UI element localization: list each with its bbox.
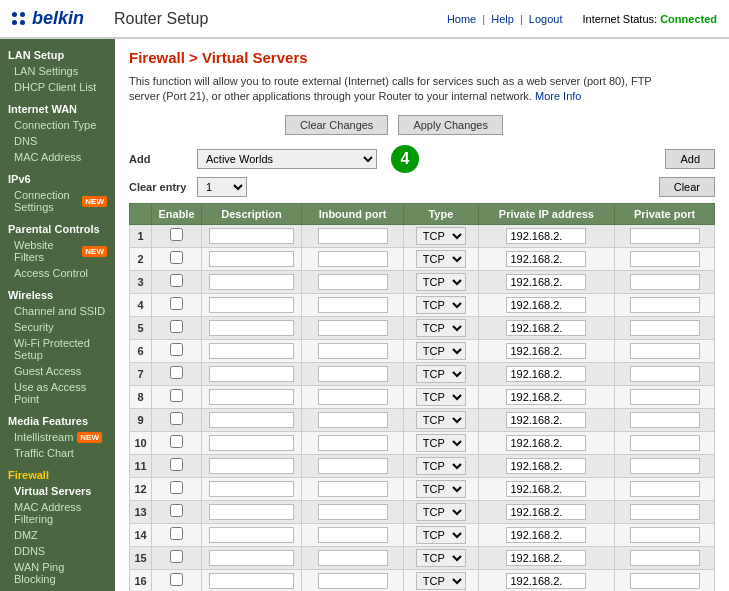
type-select[interactable]: TCP UDP Both [416,434,466,452]
description-input[interactable] [209,320,294,336]
description-input[interactable] [209,389,294,405]
private-ip-input[interactable] [506,251,586,267]
private-ip-input[interactable] [506,435,586,451]
type-select[interactable]: TCP UDP Both [416,503,466,521]
sidebar-item-access-point[interactable]: Use as Access Point [0,379,115,407]
type-select[interactable]: TCP UDP Both [416,296,466,314]
top-clear-changes-button[interactable]: Clear Changes [285,115,388,135]
sidebar-item-intellistream[interactable]: Intellistream NEW [0,429,115,445]
enable-checkbox[interactable] [170,504,183,517]
inbound-port-input[interactable] [318,343,388,359]
sidebar-item-connection-type[interactable]: Connection Type [0,117,115,133]
private-port-input[interactable] [630,366,700,382]
private-ip-input[interactable] [506,481,586,497]
inbound-port-input[interactable] [318,504,388,520]
description-input[interactable] [209,481,294,497]
private-port-input[interactable] [630,573,700,589]
sidebar-item-website-filters[interactable]: Website Filters NEW [0,237,115,265]
private-ip-input[interactable] [506,320,586,336]
private-ip-input[interactable] [506,389,586,405]
sidebar-item-virtual-servers[interactable]: Virtual Servers [0,483,115,499]
inbound-port-input[interactable] [318,550,388,566]
type-select[interactable]: TCP UDP Both [416,526,466,544]
sidebar-item-dns[interactable]: DNS [0,133,115,149]
enable-checkbox[interactable] [170,527,183,540]
sidebar-item-access-control[interactable]: Access Control [0,265,115,281]
private-port-input[interactable] [630,389,700,405]
private-ip-input[interactable] [506,366,586,382]
private-ip-input[interactable] [506,458,586,474]
add-button[interactable]: Add [665,149,715,169]
type-select[interactable]: TCP UDP Both [416,319,466,337]
sidebar-item-ddns[interactable]: DDNS [0,543,115,559]
enable-checkbox[interactable] [170,412,183,425]
description-input[interactable] [209,458,294,474]
description-input[interactable] [209,435,294,451]
description-input[interactable] [209,274,294,290]
private-ip-input[interactable] [506,573,586,589]
sidebar-item-traffic-chart[interactable]: Traffic Chart [0,445,115,461]
sidebar-item-security[interactable]: Security [0,319,115,335]
description-input[interactable] [209,573,294,589]
sidebar-item-connection-settings[interactable]: Connection Settings NEW [0,187,115,215]
inbound-port-input[interactable] [318,573,388,589]
private-ip-input[interactable] [506,412,586,428]
type-select[interactable]: TCP UDP Both [416,457,466,475]
enable-checkbox[interactable] [170,320,183,333]
sidebar-item-security-log[interactable]: Security Log [0,587,115,591]
enable-checkbox[interactable] [170,366,183,379]
private-port-input[interactable] [630,481,700,497]
logout-link[interactable]: Logout [529,13,563,25]
private-port-input[interactable] [630,458,700,474]
clear-entry-select[interactable]: 1234 5678 9101112 13141516 17181920 [197,177,247,197]
private-port-input[interactable] [630,504,700,520]
help-link[interactable]: Help [491,13,514,25]
enable-checkbox[interactable] [170,228,183,241]
description-input[interactable] [209,550,294,566]
description-input[interactable] [209,412,294,428]
description-input[interactable] [209,366,294,382]
type-select[interactable]: TCP UDP Both [416,342,466,360]
sidebar-item-channel-ssid[interactable]: Channel and SSID [0,303,115,319]
private-ip-input[interactable] [506,550,586,566]
sidebar-item-lan-settings[interactable]: LAN Settings [0,63,115,79]
enable-checkbox[interactable] [170,550,183,563]
enable-checkbox[interactable] [170,297,183,310]
inbound-port-input[interactable] [318,481,388,497]
sidebar-item-mac-address[interactable]: MAC Address [0,149,115,165]
inbound-port-input[interactable] [318,458,388,474]
sidebar-item-wan-ping[interactable]: WAN Ping Blocking [0,559,115,587]
description-input[interactable] [209,228,294,244]
description-input[interactable] [209,297,294,313]
sidebar-item-dmz[interactable]: DMZ [0,527,115,543]
private-ip-input[interactable] [506,343,586,359]
description-input[interactable] [209,251,294,267]
private-port-input[interactable] [630,550,700,566]
description-input[interactable] [209,504,294,520]
type-select[interactable]: TCP UDP Both [416,273,466,291]
inbound-port-input[interactable] [318,297,388,313]
private-ip-input[interactable] [506,228,586,244]
clear-entry-button[interactable]: Clear [659,177,715,197]
inbound-port-input[interactable] [318,251,388,267]
private-port-input[interactable] [630,435,700,451]
inbound-port-input[interactable] [318,366,388,382]
inbound-port-input[interactable] [318,389,388,405]
type-select[interactable]: TCP UDP Both [416,572,466,590]
description-input[interactable] [209,527,294,543]
private-ip-input[interactable] [506,527,586,543]
sidebar-item-dhcp[interactable]: DHCP Client List [0,79,115,95]
top-apply-changes-button[interactable]: Apply Changes [398,115,503,135]
description-input[interactable] [209,343,294,359]
enable-checkbox[interactable] [170,481,183,494]
sidebar-item-guest-access[interactable]: Guest Access [0,363,115,379]
private-port-input[interactable] [630,412,700,428]
enable-checkbox[interactable] [170,458,183,471]
enable-checkbox[interactable] [170,251,183,264]
inbound-port-input[interactable] [318,435,388,451]
private-ip-input[interactable] [506,274,586,290]
enable-checkbox[interactable] [170,389,183,402]
type-select[interactable]: TCP UDP Both [416,549,466,567]
enable-checkbox[interactable] [170,435,183,448]
type-select[interactable]: TCP UDP Both [416,388,466,406]
